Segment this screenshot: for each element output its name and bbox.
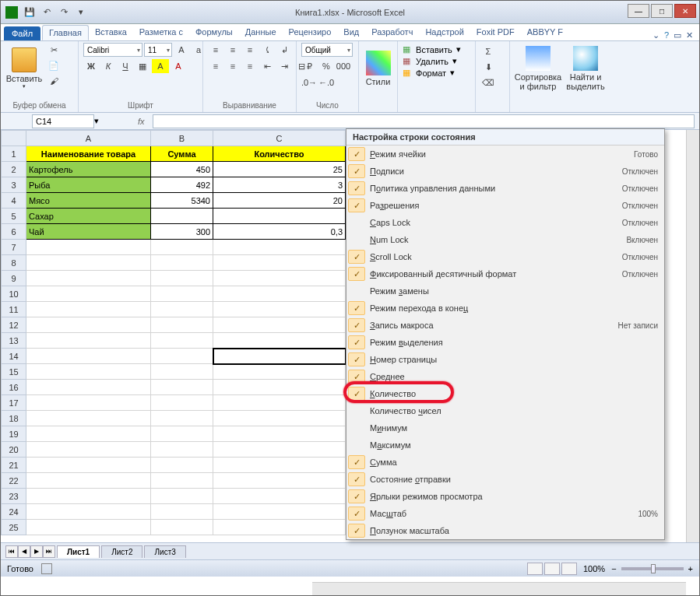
cell-B7[interactable] <box>151 240 213 255</box>
cell-B23[interactable] <box>151 489 213 504</box>
cell-B19[interactable] <box>151 426 213 442</box>
statusbar-menu-item-11[interactable]: ✓Режим выделения <box>346 334 664 351</box>
increase-decimal-icon[interactable]: .0→ <box>301 75 317 89</box>
cell-B1[interactable]: Сумма <box>151 146 213 162</box>
cell-B9[interactable] <box>151 271 213 286</box>
cells-format-button[interactable]: ▦ Формат ▾ <box>403 68 455 78</box>
statusbar-menu-item-22[interactable]: ✓Ползунок масштаба <box>346 522 664 539</box>
row-header-8[interactable]: 8 <box>2 255 26 271</box>
cell-C6[interactable]: 0,3 <box>213 224 346 240</box>
statusbar-menu-item-3[interactable]: ✓РазрешенияОтключен <box>346 197 664 214</box>
row-header-20[interactable]: 20 <box>2 442 26 458</box>
cell-C15[interactable] <box>213 364 346 380</box>
statusbar-menu-item-21[interactable]: ✓Масштаб100% <box>346 505 664 522</box>
statusbar-menu-item-6[interactable]: ✓Scroll LockОтключен <box>346 248 664 265</box>
grow-font-icon[interactable]: A <box>174 43 189 57</box>
zoom-slider[interactable] <box>621 567 684 570</box>
cell-C5[interactable] <box>213 209 346 224</box>
column-header-C[interactable]: C <box>213 131 346 146</box>
row-header-16[interactable]: 16 <box>2 380 26 395</box>
cell-A12[interactable] <box>26 317 151 333</box>
name-box[interactable]: C14 <box>32 114 94 128</box>
cell-A6[interactable]: Чай <box>26 224 151 240</box>
row-header-7[interactable]: 7 <box>2 240 26 255</box>
cell-A14[interactable] <box>26 349 151 364</box>
currency-icon[interactable]: ₽ <box>301 59 317 73</box>
row-header-13[interactable]: 13 <box>2 333 26 349</box>
cell-C23[interactable] <box>213 489 346 504</box>
cell-B4[interactable]: 5340 <box>151 193 213 209</box>
fill-icon[interactable]: ⬇ <box>480 60 496 74</box>
find-select-button[interactable]: Найти и выделить <box>565 43 607 94</box>
cell-B22[interactable] <box>151 473 213 489</box>
cell-C18[interactable] <box>213 411 346 426</box>
cell-C17[interactable] <box>213 395 346 411</box>
cell-A19[interactable] <box>26 426 151 442</box>
autosum-icon[interactable]: Σ <box>480 44 496 58</box>
decrease-indent-icon[interactable]: ⇤ <box>259 59 275 73</box>
zoom-level[interactable]: 100% <box>583 564 605 573</box>
statusbar-menu-item-4[interactable]: Caps LockОтключен <box>346 214 664 231</box>
bold-button[interactable]: Ж <box>83 59 99 73</box>
statusbar-menu-item-20[interactable]: ✓Ярлыки режимов просмотра <box>346 488 664 505</box>
orientation-icon[interactable]: ⤹ <box>259 43 275 57</box>
statusbar-menu-item-9[interactable]: ✓Режим перехода в конец <box>346 300 664 317</box>
align-bottom-icon[interactable]: ≡ <box>242 43 258 57</box>
font-size-select[interactable]: 11 <box>144 43 172 57</box>
cell-A11[interactable] <box>26 302 151 317</box>
row-header-19[interactable]: 19 <box>2 426 26 442</box>
row-header-12[interactable]: 12 <box>2 317 26 333</box>
cell-B14[interactable] <box>151 349 213 364</box>
cell-B8[interactable] <box>151 255 213 271</box>
fx-icon[interactable]: fx <box>138 117 145 126</box>
styles-button[interactable]: Стили <box>364 43 392 94</box>
view-normal-icon[interactable] <box>527 563 543 575</box>
cell-A13[interactable] <box>26 333 151 349</box>
cell-A20[interactable] <box>26 442 151 458</box>
horizontal-scrollbar[interactable] <box>312 582 686 595</box>
view-layout-icon[interactable] <box>544 563 560 575</box>
cell-A1[interactable]: Наименование товара <box>26 146 151 162</box>
statusbar-menu-item-1[interactable]: ✓ПодписиОтключен <box>346 163 664 180</box>
formula-bar[interactable] <box>153 114 695 128</box>
statusbar-menu-item-12[interactable]: ✓Номер страницы <box>346 351 664 368</box>
cell-A9[interactable] <box>26 271 151 286</box>
vertical-scrollbar[interactable] <box>686 130 699 542</box>
font-color-button[interactable]: A <box>171 59 186 73</box>
cell-A2[interactable]: Картофель <box>26 162 151 177</box>
statusbar-menu-item-19[interactable]: ✓Состояние отправки <box>346 471 664 488</box>
cell-B2[interactable]: 450 <box>151 162 213 177</box>
ribbon-tab-6[interactable]: Вид <box>337 25 365 40</box>
tab-nav-first-icon[interactable]: ⏮ <box>5 545 18 558</box>
ribbon-tab-10[interactable]: ABBYY F <box>521 25 569 40</box>
cell-B13[interactable] <box>151 333 213 349</box>
border-button[interactable]: ▦ <box>135 59 150 73</box>
statusbar-menu-item-14[interactable]: ✓Количество <box>346 385 664 402</box>
fill-color-button[interactable]: A <box>152 59 169 73</box>
cell-B5[interactable] <box>151 209 213 224</box>
zoom-in-icon[interactable]: + <box>688 564 693 573</box>
cell-A23[interactable] <box>26 489 151 504</box>
row-header-5[interactable]: 5 <box>2 209 26 224</box>
cell-A8[interactable] <box>26 255 151 271</box>
column-header-A[interactable]: A <box>26 131 151 146</box>
cells-delete-button[interactable]: ▦ Удалить ▾ <box>403 56 457 66</box>
statusbar-menu-item-8[interactable]: Режим замены <box>346 282 664 300</box>
cell-C25[interactable] <box>213 520 346 535</box>
redo-icon[interactable]: ↷ <box>57 5 71 19</box>
cell-B21[interactable] <box>151 458 213 473</box>
file-tab[interactable]: Файл <box>4 26 40 40</box>
cell-C7[interactable] <box>213 240 346 255</box>
cell-C20[interactable] <box>213 442 346 458</box>
cell-B16[interactable] <box>151 380 213 395</box>
cell-C24[interactable] <box>213 504 346 520</box>
cell-B6[interactable]: 300 <box>151 224 213 240</box>
status-bar[interactable]: Готово 100% − + <box>1 559 699 577</box>
row-header-1[interactable]: 1 <box>2 146 26 162</box>
cell-B15[interactable] <box>151 364 213 380</box>
row-header-10[interactable]: 10 <box>2 286 26 302</box>
cell-C16[interactable] <box>213 380 346 395</box>
cell-B3[interactable]: 492 <box>151 177 213 193</box>
cell-C14[interactable] <box>213 349 346 364</box>
cell-B18[interactable] <box>151 411 213 426</box>
